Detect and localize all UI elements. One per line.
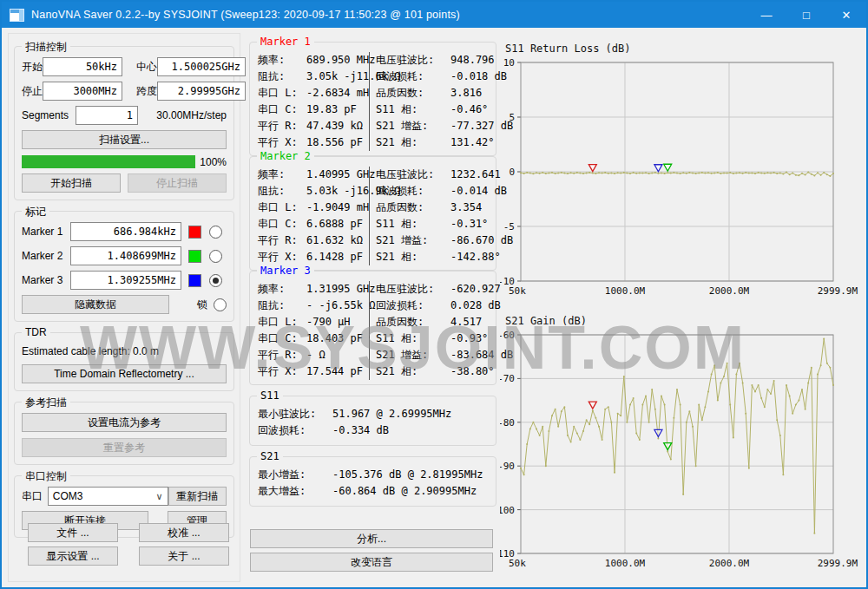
calibration-button[interactable]: 校准 ... xyxy=(139,523,229,542)
segments-input[interactable] xyxy=(76,106,138,125)
field-label: 最大增益: xyxy=(258,483,332,500)
lock-radio[interactable] xyxy=(214,298,227,311)
cable-length-text: Estimated cable length: 0.0 m xyxy=(22,345,227,357)
field-label: 频率: xyxy=(258,281,306,298)
field-value: 47.439 kΩ xyxy=(306,118,363,134)
main-content: 扫描控制 开始 中心 停止 跨度 Segments xyxy=(2,28,866,587)
analysis-button[interactable]: 分析... xyxy=(250,529,493,548)
tdr-button[interactable]: Time Domain Reflectometry ... xyxy=(22,364,227,383)
marker-1-right-column: 电压驻波比:948.796回波损耗:-0.018 dB品质因数:3.816S11… xyxy=(369,52,513,151)
field-value: 1232.641 xyxy=(450,167,501,183)
field-label: S21 增益: xyxy=(376,347,450,363)
field-value: -2.6834 mH xyxy=(306,85,369,101)
serial-port-label: 串口 xyxy=(22,489,48,504)
field-value: 4.517 xyxy=(450,314,482,330)
progress-row: 100% xyxy=(22,155,227,168)
s11-return-loss-chart[interactable]: S11 Return Loss (dB)1050-5-1050k1000.0M2… xyxy=(500,40,866,300)
svg-text:-100: -100 xyxy=(500,505,515,516)
marker-1-label: Marker 1 xyxy=(22,226,70,238)
span-label: 跨度 xyxy=(136,84,157,99)
field-row: 品质因数:4.517 xyxy=(376,314,513,330)
field-value: 6.1428 pF xyxy=(306,249,363,265)
field-label: S21 相: xyxy=(376,249,450,265)
tdr-group: TDR Estimated cable length: 0.0 m Time D… xyxy=(14,332,234,391)
about-button[interactable]: 关于 ... xyxy=(139,546,229,566)
svg-text:-90: -90 xyxy=(500,461,515,472)
marker-3-left-column: 频率:1.31995 GHz阻抗:- -j6.55k Ω串口 L:-790 μH… xyxy=(258,281,369,380)
close-icon[interactable]: ✕ xyxy=(826,2,866,28)
field-label: 阻抗: xyxy=(258,69,306,85)
field-label: 回波损耗: xyxy=(376,69,450,85)
sweep-row-1: 开始 中心 xyxy=(22,57,227,76)
marker-2-color-swatch[interactable] xyxy=(188,250,201,263)
marker-3-radio[interactable] xyxy=(209,274,222,287)
chevron-down-icon: ∨ xyxy=(155,491,162,502)
field-value: -0.014 dB xyxy=(450,183,507,200)
field-value: 131.42° xyxy=(450,134,495,151)
sweep-settings-button[interactable]: 扫描设置... xyxy=(22,130,227,149)
field-value: 61.632 kΩ xyxy=(306,232,363,249)
svg-text:2000.0M: 2000.0M xyxy=(709,558,750,569)
field-label: 平行 R: xyxy=(258,232,306,249)
marker-2-frequency-input[interactable] xyxy=(70,246,181,265)
markers-group: 标记 Marker 1 Marker 2 Marker 3 xyxy=(14,211,234,322)
s21-gain-chart[interactable]: S21 Gain (dB)-60-70-80-90-100-11050k1000… xyxy=(500,312,866,573)
svg-text:-80: -80 xyxy=(500,417,515,429)
center-frequency-input[interactable] xyxy=(157,57,246,76)
svg-text:10: 10 xyxy=(503,57,515,69)
field-label: 电压驻波比: xyxy=(376,52,450,69)
field-row: 回波损耗:0.028 dB xyxy=(376,298,513,314)
field-row: 回波损耗:-0.014 dB xyxy=(376,183,513,200)
set-reference-button[interactable]: 设置电流为参考 xyxy=(22,413,227,432)
field-label: 频率: xyxy=(258,52,306,69)
minimize-icon[interactable]: — xyxy=(746,2,786,28)
field-row: 串口 L:-1.9049 mH xyxy=(258,200,369,216)
field-row: 电压驻波比:948.796 xyxy=(376,52,513,69)
step-size-text: 30.00MHz/step xyxy=(156,109,227,121)
marker-1-color-swatch[interactable] xyxy=(188,226,201,239)
span-frequency-input[interactable] xyxy=(157,82,246,101)
marker-3-right-column: 电压驻波比:-620.927回波损耗:0.028 dB品质因数:4.517S11… xyxy=(369,281,513,380)
field-value: -38.80° xyxy=(450,363,495,380)
s11-summary-rows: 最小驻波比:51.967 @ 2.69995MHz回波损耗:-0.334 dB xyxy=(258,406,490,439)
serial-port-value: COM3 xyxy=(53,490,83,502)
lock-label: 锁 xyxy=(197,298,207,312)
marker-2-data-title: Marker 2 xyxy=(257,150,314,162)
files-button[interactable]: 文件 ... xyxy=(28,523,118,542)
stop-sweep-button[interactable]: 停止扫描 xyxy=(128,173,227,193)
marker-1-radio[interactable] xyxy=(209,226,222,239)
change-language-button[interactable]: 改变语言 xyxy=(250,553,493,572)
rescan-button[interactable]: 重新扫描 xyxy=(168,487,227,506)
marker-1-row: Marker 1 xyxy=(22,222,227,241)
progress-percent-text: 100% xyxy=(200,156,227,168)
field-value: -142.88° xyxy=(450,249,501,265)
field-label: 回波损耗: xyxy=(376,298,450,314)
serial-port-select[interactable]: COM3 ∨ xyxy=(48,487,168,506)
start-frequency-input[interactable] xyxy=(43,57,122,76)
display-settings-button[interactable]: 显示设置 ... xyxy=(28,546,118,566)
charts-panel: S11 Return Loss (dB)1050-5-1050k1000.0M2… xyxy=(500,31,866,584)
marker-3-frequency-input[interactable] xyxy=(70,271,181,290)
field-label: S11 相: xyxy=(376,101,450,118)
marker-2-row: Marker 2 xyxy=(22,246,227,265)
segments-row: Segments 30.00MHz/step xyxy=(22,106,227,125)
title-bar: NanoVNA Saver 0.2.2--by SYSJOINT (Sweep1… xyxy=(2,2,866,28)
marker-1-data-title: Marker 1 xyxy=(257,36,314,48)
sweep-control-group: 扫描控制 开始 中心 停止 跨度 Segments xyxy=(14,46,234,200)
stop-frequency-input[interactable] xyxy=(43,82,122,101)
hide-data-button[interactable]: 隐藏数据 xyxy=(22,295,169,314)
field-row: 平行 R:61.632 kΩ xyxy=(258,232,369,249)
marker-2-radio[interactable] xyxy=(209,250,222,263)
marker-2-label: Marker 2 xyxy=(22,250,70,262)
field-label: 频率: xyxy=(258,167,306,183)
field-row: 平行 X:6.1428 pF xyxy=(258,249,369,265)
marker-1-frequency-input[interactable] xyxy=(70,222,181,241)
reset-reference-button[interactable]: 重置参考 xyxy=(22,438,227,457)
field-label: 阻抗: xyxy=(258,183,306,200)
start-sweep-button[interactable]: 开始扫描 xyxy=(22,173,121,193)
field-row: S21 增益:-86.670 dB xyxy=(376,232,513,249)
field-label: 平行 X: xyxy=(258,249,306,265)
field-value: - Ω xyxy=(306,347,326,363)
maximize-icon[interactable]: □ xyxy=(786,2,826,28)
marker-3-color-swatch[interactable] xyxy=(188,274,201,287)
